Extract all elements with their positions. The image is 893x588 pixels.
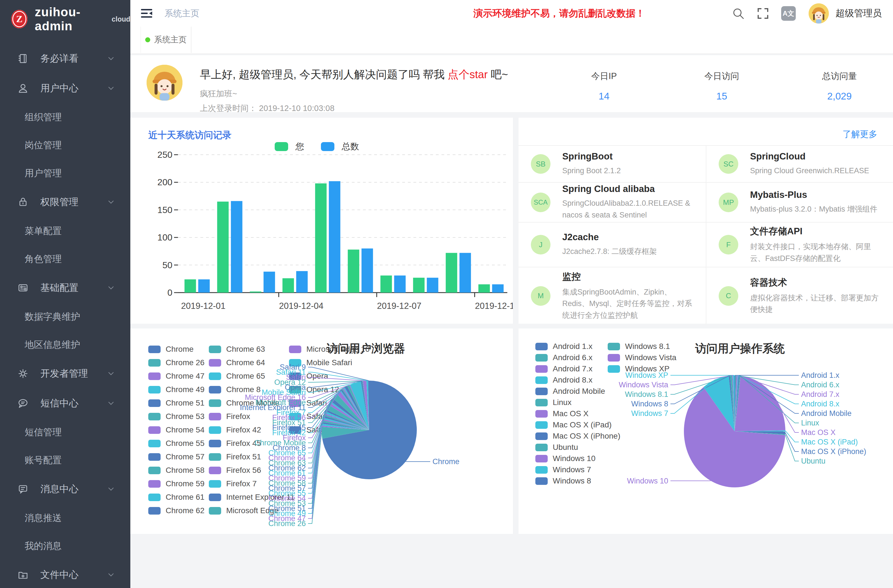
legend-item-Mac OS X (iPhone)[interactable]: Mac OS X (iPhone) (535, 432, 620, 441)
breadcrumb[interactable]: 系统主页 (164, 8, 199, 20)
legend-item-Chrome Mobile[interactable]: Chrome Mobile (209, 399, 280, 408)
legend-item-Chrome 63[interactable]: Chrome 63 (209, 345, 265, 354)
sidebar-subitem-菜单配置[interactable]: 菜单配置 (0, 217, 130, 245)
sidebar-subitem-组织管理[interactable]: 组织管理 (0, 103, 130, 131)
tech-card-文件存储API[interactable]: F文件存储API封装文件接口，实现本地存储、阿里云、FastDFS存储的配置化 (706, 223, 893, 268)
tech-card-title: SpringCloud (750, 151, 882, 162)
legend-item-Chrome 58[interactable]: Chrome 58 (148, 466, 204, 475)
legend-swatch (148, 346, 161, 353)
sidebar-subitem-用户管理[interactable]: 用户管理 (0, 159, 130, 187)
logo[interactable]: Z zuihou-admin cloud (0, 0, 130, 33)
sidebar-item-用户中心[interactable]: 用户中心 (0, 74, 130, 103)
legend-item-Chrome 55[interactable]: Chrome 55 (148, 439, 204, 448)
tech-card-容器技术[interactable]: C容器技术虚拟化容器技术，让迁移、部署更加方便快捷 (706, 268, 893, 324)
tech-card-Spring Cloud alibaba[interactable]: SCASpring Cloud alibabaSpringCloudAlibab… (519, 183, 706, 223)
tech-card-SpringBoot[interactable]: SBSpringBootSpring Boot 2.1.2 (519, 146, 706, 183)
legend-item-Windows 8.1[interactable]: Windows 8.1 (608, 342, 670, 351)
legend-item-Android 6.x[interactable]: Android 6.x (535, 353, 592, 362)
legend-item-Firefox 56[interactable]: Firefox 56 (209, 466, 261, 475)
legend-item-Microsoft Edge[interactable]: Microsoft Edge (209, 506, 279, 515)
legend-item-Windows 10[interactable]: Windows 10 (535, 454, 595, 463)
tech-card-监控[interactable]: M监控集成SpringBootAdmin、Zipkin、Redis、Mysql、… (519, 268, 706, 324)
legend-item-Mac OS X (iPad)[interactable]: Mac OS X (iPad) (535, 420, 612, 429)
stat-value[interactable]: 2,029 (780, 90, 893, 102)
legend-item-Chrome 61[interactable]: Chrome 61 (148, 493, 204, 502)
legend-swatch (209, 386, 221, 394)
sidebar-subitem-地区信息维护[interactable]: 地区信息维护 (0, 331, 130, 359)
legend-item-Internet Explorer 11[interactable]: Internet Explorer 11 (209, 493, 295, 502)
legend-item-Chrome 59[interactable]: Chrome 59 (148, 479, 204, 488)
legend-item-Mac OS X[interactable]: Mac OS X (535, 409, 589, 418)
legend-item-Ubuntu[interactable]: Ubuntu (535, 443, 578, 452)
star-link[interactable]: 点个star (448, 68, 488, 80)
legend-item-Safari 9[interactable]: Safari 9 (289, 426, 334, 435)
language-switch-icon[interactable]: A文 (781, 6, 796, 21)
search-icon[interactable] (732, 7, 745, 20)
sidebar-subitem-岗位管理[interactable]: 岗位管理 (0, 131, 130, 159)
sidebar-item-短信中心[interactable]: 短信中心 (0, 388, 130, 418)
tech-card-Mybatis-Plus[interactable]: MPMybatis-PlusMybatis-plus 3.2.0：Mybatis… (706, 183, 893, 223)
legend-label: Safari (306, 399, 327, 408)
tech-card-SpringCloud[interactable]: SCSpringCloudSpring Cloud Greenwich.RELE… (706, 146, 893, 183)
sidebar-subitem-消息推送[interactable]: 消息推送 (0, 504, 130, 532)
learn-more-link[interactable]: 了解更多 (843, 128, 877, 140)
sidebar-item-基础配置[interactable]: 基础配置 (0, 273, 130, 303)
bar-chart[interactable]: 0501001502002502019-12-012019-12-042019-… (130, 149, 513, 323)
fullscreen-icon[interactable] (756, 7, 770, 20)
legend-item-Windows Vista[interactable]: Windows Vista (608, 353, 677, 362)
legend-item-Chrome 54[interactable]: Chrome 54 (148, 426, 204, 435)
legend-item-Chrome 47[interactable]: Chrome 47 (148, 371, 204, 380)
sidebar-item-开发者管理[interactable]: 开发者管理 (0, 359, 130, 388)
legend-item-Chrome 49[interactable]: Chrome 49 (148, 385, 204, 394)
legend-label: Windows 10 (553, 454, 595, 463)
collapse-sidebar-icon[interactable] (140, 8, 153, 19)
sidebar-item-权限管理[interactable]: 权限管理 (0, 187, 130, 217)
svg-text:Chrome 61: Chrome 61 (268, 469, 306, 477)
sidebar-item-消息中心[interactable]: 消息中心 (0, 474, 130, 504)
sidebar-subitem-账号配置[interactable]: 账号配置 (0, 446, 130, 474)
legend-item-Safari[interactable]: Safari (289, 399, 327, 408)
legend-swatch (535, 388, 548, 395)
legend-item-Windows 7[interactable]: Windows 7 (535, 465, 591, 474)
legend-item-Chrome 8[interactable]: Chrome 8 (209, 385, 261, 394)
legend-item-Chrome[interactable]: Chrome (148, 345, 194, 354)
legend-item-Chrome 62[interactable]: Chrome 62 (148, 506, 204, 515)
legend-item-Android Mobile[interactable]: Android Mobile (535, 387, 605, 396)
legend-item-Opera 12[interactable]: Opera 12 (289, 385, 339, 394)
legend-item-Android 1.x[interactable]: Android 1.x (535, 342, 592, 351)
stat-value[interactable]: 14 (545, 90, 663, 102)
sidebar-subitem-短信管理[interactable]: 短信管理 (0, 418, 130, 446)
stat-total-visits: 总访问量 2,029 (780, 55, 893, 102)
tech-card-J2cache[interactable]: JJ2cacheJ2cache2.7.8: 二级缓存框架 (519, 223, 706, 268)
sidebar-subitem-我的消息[interactable]: 我的消息 (0, 532, 130, 560)
legend-item-Safari 11[interactable]: Safari 11 (289, 412, 337, 421)
legend-item-Windows XP[interactable]: Windows XP (608, 364, 670, 373)
legend-item-Chrome 51[interactable]: Chrome 51 (148, 399, 204, 408)
legend-item-Chrome 26[interactable]: Chrome 26 (148, 358, 204, 367)
sidebar-item-务必详看[interactable]: 务必详看 (0, 44, 130, 74)
legend-item-Windows 8[interactable]: Windows 8 (535, 477, 591, 486)
legend-item-Firefox 51[interactable]: Firefox 51 (209, 452, 261, 461)
legend-item-Android 7.x[interactable]: Android 7.x (535, 364, 592, 373)
user-avatar[interactable] (809, 3, 829, 24)
legend-item-Firefox 45[interactable]: Firefox 45 (209, 439, 261, 448)
sidebar-subitem-角色管理[interactable]: 角色管理 (0, 245, 130, 273)
legend-item-Mobile Safari[interactable]: Mobile Safari (289, 358, 352, 367)
username[interactable]: 超级管理员 (836, 7, 882, 20)
legend-item-Chrome 64[interactable]: Chrome 64 (209, 358, 265, 367)
legend-item-Linux[interactable]: Linux (535, 398, 571, 407)
legend-item-Chrome 53[interactable]: Chrome 53 (148, 412, 204, 421)
legend-item-Firefox 7[interactable]: Firefox 7 (209, 479, 257, 488)
sidebar-subitem-数据字典维护[interactable]: 数据字典维护 (0, 303, 130, 331)
legend-item-Android 8.x[interactable]: Android 8.x (535, 376, 592, 385)
legend-item-Chrome 57[interactable]: Chrome 57 (148, 452, 204, 461)
stat-value[interactable]: 15 (663, 90, 780, 102)
legend-item-Firefox[interactable]: Firefox (209, 412, 250, 421)
tab-system-home[interactable]: 系统主页 (140, 27, 191, 53)
legend-item-Opera[interactable]: Opera (289, 371, 328, 380)
legend-item-Firefox 42[interactable]: Firefox 42 (209, 426, 261, 435)
legend-item-Chrome 65[interactable]: Chrome 65 (209, 371, 265, 380)
stat-label: 总访问量 (780, 70, 893, 82)
legend-label: Chrome Mobile (226, 399, 280, 408)
sidebar-item-文件中心[interactable]: 文件中心 (0, 560, 130, 588)
